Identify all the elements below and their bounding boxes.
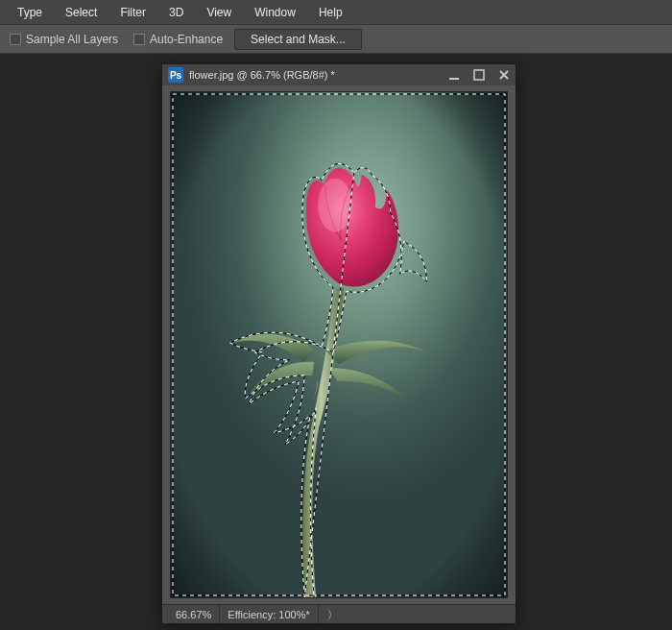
- auto-enhance-label: Auto-Enhance: [150, 33, 223, 46]
- sample-all-layers-label: Sample All Layers: [26, 33, 118, 46]
- menu-view[interactable]: View: [195, 2, 243, 23]
- svg-rect-1: [474, 70, 484, 80]
- zoom-level[interactable]: 66.67%: [168, 605, 220, 623]
- workspace: Ps flower.jpg @ 66.7% (RGB/8#) *: [0, 54, 672, 630]
- canvas-frame: [170, 91, 508, 598]
- canvas-area: [162, 85, 516, 604]
- sample-all-layers-option[interactable]: Sample All Layers: [6, 33, 122, 46]
- document-canvas[interactable]: [170, 91, 508, 598]
- menu-window[interactable]: Window: [243, 2, 307, 23]
- menu-type[interactable]: Type: [6, 2, 54, 23]
- options-bar: Sample All Layers Auto-Enhance Select an…: [0, 25, 672, 54]
- maximize-icon[interactable]: [473, 69, 485, 81]
- menu-filter[interactable]: Filter: [108, 2, 157, 23]
- efficiency-readout[interactable]: Efficiency: 100%*: [220, 605, 318, 623]
- document-title: flower.jpg @ 66.7% (RGB/8#) *: [189, 69, 443, 81]
- select-and-mask-button[interactable]: Select and Mask...: [234, 29, 362, 50]
- minimize-icon[interactable]: [448, 69, 460, 81]
- ps-badge-icon: Ps: [168, 67, 183, 83]
- checkbox-icon[interactable]: [133, 34, 145, 45]
- close-icon[interactable]: [498, 69, 510, 81]
- menubar: Type Select Filter 3D View Window Help: [0, 0, 672, 25]
- document-statusbar: 66.67% Efficiency: 100%* 〉: [162, 604, 516, 623]
- menu-select[interactable]: Select: [54, 2, 108, 23]
- status-menu-arrow-icon[interactable]: 〉: [319, 608, 342, 620]
- document-window: Ps flower.jpg @ 66.7% (RGB/8#) *: [161, 63, 516, 624]
- menu-help[interactable]: Help: [307, 2, 354, 23]
- svg-rect-0: [449, 78, 459, 80]
- document-titlebar[interactable]: Ps flower.jpg @ 66.7% (RGB/8#) *: [162, 64, 516, 85]
- svg-point-5: [318, 179, 352, 232]
- auto-enhance-option[interactable]: Auto-Enhance: [130, 33, 227, 46]
- menu-3d[interactable]: 3D: [157, 2, 195, 23]
- checkbox-icon[interactable]: [10, 34, 21, 45]
- window-controls: [448, 69, 510, 81]
